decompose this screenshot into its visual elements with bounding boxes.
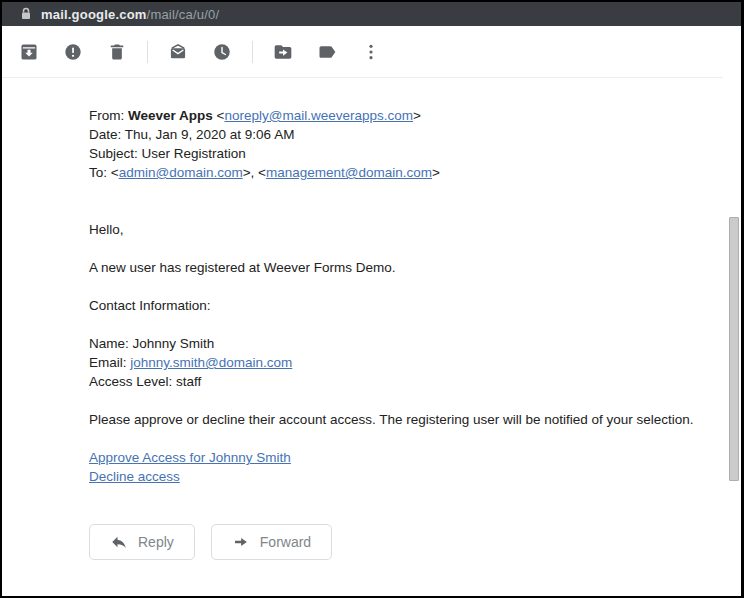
spacer: [89, 182, 701, 201]
to-label: To: <: [89, 165, 119, 180]
access-level-line: Access Level: staff: [89, 372, 701, 391]
delete-button[interactable]: [105, 40, 129, 64]
archive-icon: [19, 42, 39, 62]
decline-line: Decline access: [89, 467, 701, 486]
date-line: Date: Thu, Jan 9, 2020 at 9:06 AM: [89, 125, 701, 144]
toolbar-divider: [2, 77, 723, 78]
greeting-line: Hello,: [89, 220, 701, 239]
decline-access-link[interactable]: Decline access: [89, 469, 180, 484]
action-buttons: Reply Forward: [89, 524, 332, 560]
approve-access-link[interactable]: Approve Access for Johnny Smith: [89, 450, 291, 465]
angle-bracket: <: [213, 108, 225, 123]
email-line: Email: johnny.smith@domain.com: [89, 353, 701, 372]
mark-unread-button[interactable]: [166, 40, 190, 64]
sender-name: Weever Apps: [128, 108, 213, 123]
report-spam-icon: [63, 42, 83, 62]
snooze-icon: [212, 42, 232, 62]
contact-heading-line: Contact Information:: [89, 296, 701, 315]
spacer: [89, 391, 701, 410]
toolbar-separator: [147, 41, 148, 63]
move-to-button[interactable]: [271, 40, 295, 64]
recipient-separator: >, <: [243, 165, 266, 180]
forward-icon: [232, 533, 250, 551]
from-label: From:: [89, 108, 128, 123]
to-line: To: <admin@domain.com>, <management@doma…: [89, 163, 701, 182]
move-to-icon: [273, 42, 293, 62]
announcement-line: A new user has registered at Weever Form…: [89, 258, 701, 277]
label-icon: [317, 42, 337, 62]
labels-button[interactable]: [315, 40, 339, 64]
spacer: [89, 429, 701, 448]
more-options-button[interactable]: [359, 40, 383, 64]
name-line: Name: Johnny Smith: [89, 334, 701, 353]
instruction-line: Please approve or decline their account …: [89, 410, 701, 429]
sender-email-link[interactable]: noreply@mail.weeverapps.com: [224, 108, 413, 123]
lock-icon[interactable]: [20, 7, 32, 21]
url-host: mail.google.com: [41, 7, 147, 22]
approve-line: Approve Access for Johnny Smith: [89, 448, 701, 467]
spacer: [89, 315, 701, 334]
angle-bracket: >: [432, 165, 440, 180]
archive-button[interactable]: [17, 40, 41, 64]
browser-window: mail.google.com/mail/ca/u/0/: [0, 0, 744, 598]
angle-bracket: >: [413, 108, 421, 123]
toolbar-separator: [252, 41, 253, 63]
subject-line: Subject: User Registration: [89, 144, 701, 163]
scrollbar-thumb[interactable]: [729, 217, 739, 481]
email-toolbar: [2, 26, 741, 77]
reply-icon: [110, 533, 128, 551]
snooze-button[interactable]: [210, 40, 234, 64]
recipient-admin-link[interactable]: admin@domain.com: [119, 165, 243, 180]
reply-label: Reply: [138, 534, 174, 550]
mark-unread-icon: [168, 42, 188, 62]
email-content: From: Weever Apps <noreply@mail.weeverap…: [89, 106, 701, 486]
recipient-management-link[interactable]: management@domain.com: [266, 165, 432, 180]
more-vertical-icon: [361, 42, 381, 62]
address-bar[interactable]: mail.google.com/mail/ca/u/0/: [2, 2, 741, 26]
forward-label: Forward: [260, 534, 311, 550]
report-spam-button[interactable]: [61, 40, 85, 64]
spacer: [89, 277, 701, 296]
reply-button[interactable]: Reply: [89, 524, 195, 560]
email-label: Email:: [89, 355, 130, 370]
spacer: [89, 239, 701, 258]
spacer: [89, 201, 701, 220]
forward-button[interactable]: Forward: [211, 524, 332, 560]
user-email-link[interactable]: johnny.smith@domain.com: [130, 355, 292, 370]
from-line: From: Weever Apps <noreply@mail.weeverap…: [89, 106, 701, 125]
delete-icon: [107, 42, 127, 62]
url-path: /mail/ca/u/0/: [147, 7, 220, 22]
